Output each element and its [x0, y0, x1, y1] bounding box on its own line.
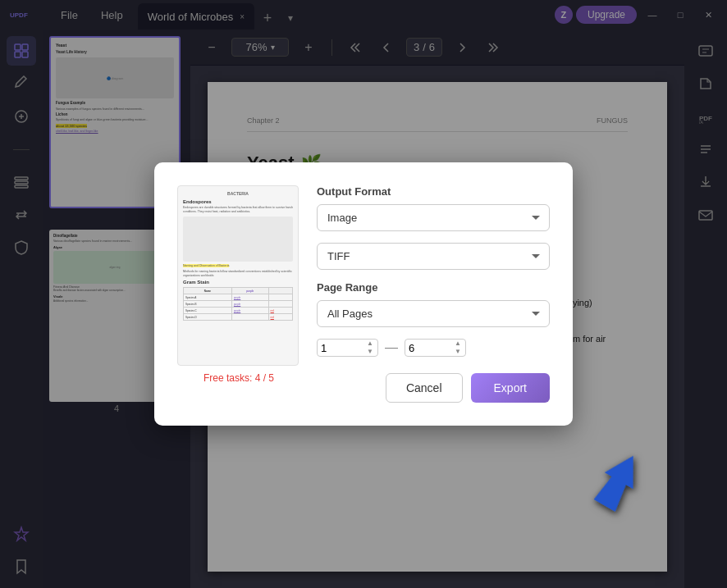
export-button[interactable]: Export: [471, 373, 550, 403]
page-to-down[interactable]: ▼: [454, 348, 462, 356]
free-tasks-label: Free tasks: 4 / 5: [177, 372, 300, 384]
page-from-down[interactable]: ▼: [366, 348, 374, 356]
output-format-label: Output Format: [317, 185, 550, 198]
page-to-input[interactable]: ▲ ▼: [405, 339, 466, 357]
export-modal: BACTERIA Endospores Endospores are durab…: [154, 162, 573, 426]
page-range-inputs: ▲ ▼ — ▲ ▼: [317, 339, 550, 357]
modal-form: Output Format PDF Word Excel PowerPoint …: [317, 185, 550, 403]
subformat-select[interactable]: JPEG PNG TIFF BMP GIF: [317, 243, 550, 270]
page-range-select[interactable]: All Pages Current Page Custom Range: [317, 300, 550, 327]
modal-actions: Cancel Export: [317, 373, 550, 403]
page-to-spinners: ▲ ▼: [454, 340, 462, 356]
page-from-field[interactable]: [321, 342, 354, 354]
page-range-group: Page Range All Pages Current Page Custom…: [317, 281, 550, 327]
arrow-pointer: [588, 454, 653, 522]
page-to-field[interactable]: [409, 342, 441, 354]
page-to-up[interactable]: ▲: [454, 340, 462, 348]
cancel-button[interactable]: Cancel: [386, 373, 463, 403]
modal-preview: BACTERIA Endospores Endospores are durab…: [177, 185, 300, 403]
output-format-group: Output Format PDF Word Excel PowerPoint …: [317, 185, 550, 231]
output-format-select[interactable]: PDF Word Excel PowerPoint Image Text: [317, 204, 550, 231]
page-range-label: Page Range: [317, 281, 550, 294]
subformat-group: JPEG PNG TIFF BMP GIF: [317, 243, 550, 270]
svg-marker-14: [590, 454, 647, 513]
page-range-separator: —: [385, 340, 398, 355]
page-from-spinners: ▲ ▼: [366, 340, 374, 356]
page-from-input[interactable]: ▲ ▼: [317, 339, 378, 357]
modal-overlay: BACTERIA Endospores Endospores are durab…: [0, 0, 727, 588]
modal-preview-image: BACTERIA Endospores Endospores are durab…: [177, 185, 299, 366]
page-from-up[interactable]: ▲: [366, 340, 374, 348]
